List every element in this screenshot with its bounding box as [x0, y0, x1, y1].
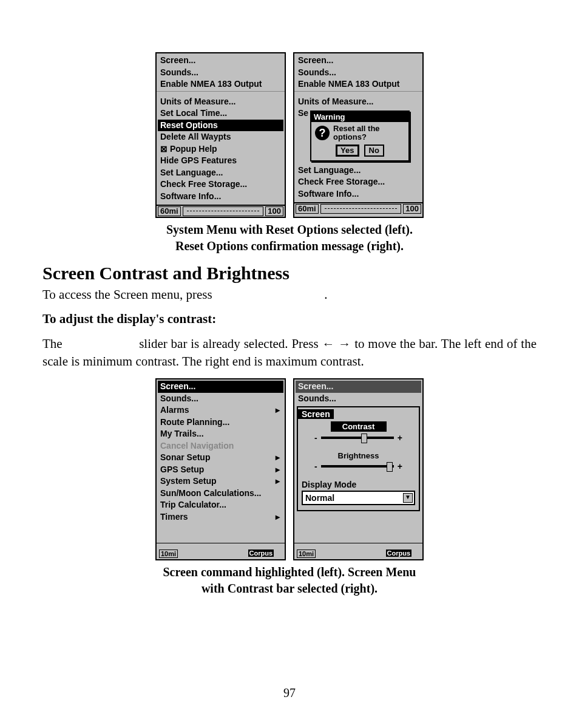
- menu-item[interactable]: Set Language...: [158, 167, 283, 179]
- submenu-arrow-icon: ▸: [276, 405, 280, 416]
- menu-item[interactable]: Trip Calculator...: [158, 499, 283, 511]
- menu-item[interactable]: Software Info...: [158, 191, 283, 203]
- fig1-right-menu-top: Screen...Sounds...Enable NMEA 183 Output: [294, 53, 422, 90]
- menu-item[interactable]: Sounds...: [158, 67, 283, 79]
- menu-item[interactable]: Screen...: [158, 381, 283, 393]
- reset-options-dialog: Warning ? Reset all the options? Yes No: [310, 111, 410, 162]
- menu-item[interactable]: Timers▸: [158, 511, 283, 523]
- display-mode-dropdown[interactable]: Normal ▼: [302, 491, 415, 505]
- submenu-arrow-icon: ▸: [276, 512, 280, 523]
- fig2-left-screen: Screen...Sounds...Alarms▸Route Planning.…: [155, 378, 286, 560]
- para-access: To access the Screen menu, press MENU|ME…: [42, 286, 537, 303]
- para-contrast: The CONTRAST slider bar is already selec…: [42, 335, 537, 370]
- menu-item[interactable]: Sounds...: [158, 393, 283, 405]
- status-mid-icon: [183, 206, 264, 216]
- submenu-arrow-icon: ▸: [276, 464, 280, 475]
- menu-item[interactable]: Sounds...: [296, 393, 421, 405]
- menu-item[interactable]: Screen...: [296, 55, 421, 67]
- fig1-left-menu-top: Screen...Sounds...Enable NMEA 183 Output: [157, 53, 285, 90]
- slider-thumb[interactable]: [361, 434, 367, 443]
- map-label: Corpus: [386, 549, 412, 557]
- menu-item[interactable]: Units of Measure...: [158, 96, 283, 108]
- figure-1: Screen...Sounds...Enable NMEA 183 Output…: [42, 52, 537, 218]
- menu-item[interactable]: Reset Options: [158, 120, 283, 132]
- fig1-left-screen: Screen...Sounds...Enable NMEA 183 Output…: [155, 52, 286, 218]
- map-footer: 10mi Corpus: [157, 543, 285, 559]
- menu-item[interactable]: Software Info...: [296, 188, 421, 200]
- contrast-slider[interactable]: - +: [302, 433, 415, 443]
- menu-item[interactable]: Cancel Navigation: [158, 440, 283, 452]
- panel-title: Screen: [298, 409, 334, 419]
- no-button[interactable]: No: [364, 145, 384, 157]
- menu-item[interactable]: Check Free Storage...: [158, 179, 283, 191]
- menu-item[interactable]: Enable NMEA 183 Output: [158, 78, 283, 90]
- menu-divider: [294, 91, 422, 94]
- status-value: 100: [265, 206, 283, 216]
- dialog-text: Reset all the options?: [333, 124, 405, 142]
- status-bar: 60mi 100: [157, 205, 285, 217]
- submenu-arrow-icon: ▸: [276, 476, 280, 487]
- menu-item[interactable]: Check Free Storage...: [296, 176, 421, 188]
- menu-item[interactable]: Popup Help: [158, 143, 283, 155]
- slider-track: [321, 437, 394, 439]
- section-heading: Screen Contrast and Brightness: [42, 263, 537, 284]
- menu-item[interactable]: Set Local Time...: [158, 107, 283, 120]
- map-label: Corpus: [248, 549, 274, 557]
- dialog-title: Warning: [311, 112, 408, 122]
- menu-item[interactable]: System Setup▸: [158, 475, 283, 488]
- chevron-down-icon: ▼: [403, 493, 413, 503]
- fig2-right-screen: Screen...Sounds... Screen Contrast - + .…: [293, 378, 424, 560]
- menu-item[interactable]: My Trails...: [158, 428, 283, 440]
- figure-1-caption: System Menu with Reset Options selected …: [42, 222, 537, 254]
- menu-item[interactable]: Screen...: [158, 55, 283, 67]
- page-number: 97: [0, 686, 579, 700]
- menu-item[interactable]: Sounds...: [296, 67, 421, 79]
- menu-item[interactable]: Sun/Moon Calculations...: [158, 488, 283, 500]
- fig2-left-menu: Screen...Sounds...Alarms▸Route Planning.…: [157, 379, 285, 523]
- figure-2: Screen...Sounds...Alarms▸Route Planning.…: [42, 378, 537, 560]
- menu-item[interactable]: Sonar Setup▸: [158, 452, 283, 464]
- menu-item[interactable]: Screen...: [296, 381, 421, 393]
- menu-item[interactable]: Enable NMEA 183 Output: [296, 78, 421, 90]
- menu-item[interactable]: Hide GPS Features: [158, 155, 283, 167]
- fig1-right-menu-bottom: Set Language...Check Free Storage...Soft…: [294, 163, 422, 200]
- map-scale: 10mi: [297, 549, 316, 558]
- yes-button[interactable]: Yes: [336, 145, 359, 157]
- brightness-slider[interactable]: - +: [302, 461, 415, 471]
- screen-submenu-panel: Screen Contrast - + .......... Brightnes…: [297, 406, 420, 511]
- menu-item[interactable]: GPS Setup▸: [158, 464, 283, 476]
- contrast-label: Contrast: [331, 421, 387, 432]
- menu-divider: [157, 91, 285, 94]
- display-mode-value: Normal: [305, 493, 334, 503]
- menu-item[interactable]: Units of Measure...: [296, 96, 421, 108]
- fig1-right-screen: Screen...Sounds...Enable NMEA 183 Output…: [293, 52, 424, 218]
- figure-2-caption: Screen command highlighted (left). Scree…: [42, 564, 537, 597]
- status-scale: 60mi: [158, 206, 181, 216]
- status-bar: 60mi 100: [294, 202, 422, 214]
- menu-item[interactable]: Delete All Waypts: [158, 131, 283, 143]
- subhead-contrast: To adjust the display's contrast:: [42, 311, 537, 327]
- brightness-label: Brightness: [302, 451, 415, 460]
- question-icon: ?: [315, 126, 330, 140]
- submenu-arrow-icon: ▸: [276, 452, 280, 463]
- menu-item[interactable]: Alarms▸: [158, 404, 283, 417]
- slider-thumb[interactable]: [387, 462, 393, 472]
- menu-item[interactable]: Set Language...: [296, 165, 421, 177]
- status-value: 100: [403, 204, 421, 214]
- slider-track: [321, 465, 394, 468]
- status-scale: 60mi: [296, 204, 319, 214]
- map-scale: 10mi: [159, 549, 178, 558]
- map-footer: 10mi Corpus: [294, 543, 422, 559]
- fig2-right-menu-top: Screen...Sounds...: [294, 379, 422, 404]
- menu-item[interactable]: Route Planning...: [158, 417, 283, 429]
- fig1-left-menu-bottom: Units of Measure...Set Local Time...Rese…: [157, 95, 285, 203]
- status-mid-icon: [320, 204, 402, 214]
- display-mode-label: Display Mode: [302, 480, 415, 489]
